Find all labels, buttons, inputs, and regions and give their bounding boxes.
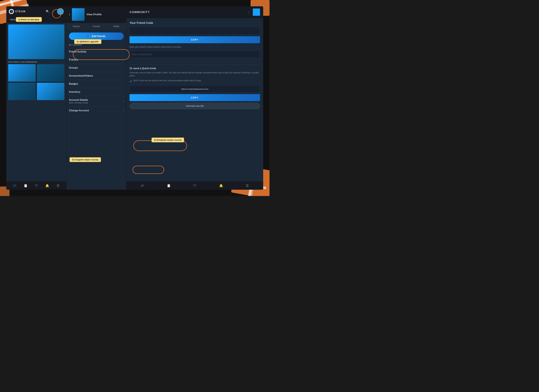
featured-area: FEATURED & RECOMMENDED bbox=[6, 23, 66, 181]
menu-item-inventory[interactable]: Inventory bbox=[69, 88, 124, 96]
bottom-nav-menu-icon[interactable]: ☰ bbox=[57, 184, 59, 188]
community-nav-menu-icon[interactable]: ☰ bbox=[246, 184, 249, 188]
featured-item-4 bbox=[37, 83, 64, 100]
friend-code-title: Your Friend Code bbox=[130, 21, 260, 25]
checkmark-icon: ✔ bbox=[130, 79, 132, 84]
community-title: COMMUNITY bbox=[130, 10, 150, 14]
menu-item-change-account[interactable]: Change Account › bbox=[69, 107, 124, 114]
my-content-label: MY CONTENT bbox=[69, 44, 124, 46]
friend-code-section: Your Friend Code COPY Enter your friend'… bbox=[130, 21, 260, 61]
note-text: ✔ NOTE: Each link can only be used once,… bbox=[130, 79, 260, 84]
left-panel: STEAM 🔍 ⋮ MENU ▾ WISHLIST WALLET FEATURE… bbox=[6, 6, 66, 190]
add-friends-icon: 👥 bbox=[87, 35, 90, 38]
copy-friend-code-button[interactable]: COPY bbox=[130, 36, 260, 43]
chevron-right-icon: › bbox=[123, 100, 124, 103]
bottom-nav-store-icon[interactable]: 🏷 bbox=[13, 184, 16, 188]
annotation-step3: 3) Создаем новую ссылку bbox=[69, 157, 101, 162]
community-more-icon[interactable]: ⋮ bbox=[247, 10, 250, 14]
community-header-right: ⋮ bbox=[247, 9, 260, 16]
view-profile-button[interactable]: View Profile bbox=[87, 12, 102, 17]
content-menu: Friend Activity Friends Groups Screensho… bbox=[67, 48, 126, 190]
bottom-nav-bell-icon[interactable]: 🔔 bbox=[45, 184, 49, 188]
quick-invite-section: Or send a Quick Invite Generate a link t… bbox=[130, 67, 260, 109]
community-avatar bbox=[253, 9, 260, 16]
generate-link-circle-highlight bbox=[133, 166, 164, 174]
quick-invite-title: Or send a Quick Invite bbox=[130, 67, 260, 70]
featured-item-1 bbox=[8, 64, 36, 81]
featured-grid bbox=[8, 64, 64, 100]
profile-header: ‹ View Profile bbox=[67, 6, 126, 23]
tab-games[interactable]: Games bbox=[67, 23, 86, 30]
community-nav-shield-icon[interactable]: 🛡 bbox=[193, 184, 197, 188]
avatar-circle-highlight bbox=[52, 9, 61, 18]
invite-link-display: https://s.team/p/ваша/ссылка bbox=[130, 85, 260, 93]
right-panel: COMMUNITY ⋮ Your Friend Code COPY Enter … bbox=[126, 6, 263, 190]
community-header: COMMUNITY ⋮ bbox=[126, 6, 263, 18]
note-content: NOTE: Each link can only be used once, a… bbox=[134, 79, 201, 82]
add-friends-label: Add friends bbox=[91, 35, 106, 38]
community-bottom-nav: 🏷 📋 🛡 🔔 ☰ bbox=[126, 181, 263, 190]
bottom-nav-library-icon[interactable]: 📋 bbox=[24, 184, 28, 188]
profile-tabs: Games Friends Wallet bbox=[67, 23, 126, 30]
chevron-right-icon-2: › bbox=[123, 109, 124, 112]
back-button[interactable]: ‹ bbox=[69, 12, 70, 17]
middle-panel: ‹ View Profile Games Friends Wallet 👥 Ad… bbox=[66, 6, 126, 190]
add-friends-button[interactable]: 👥 Add friends bbox=[69, 33, 124, 40]
community-nav-store-icon[interactable]: 🏷 bbox=[141, 184, 144, 188]
steam-logo-text: STEAM bbox=[15, 10, 26, 13]
annotation-step2: 2) «Добавить друзей» bbox=[74, 39, 101, 44]
featured-item-3 bbox=[8, 83, 36, 100]
search-icon[interactable]: 🔍 bbox=[46, 10, 49, 13]
steam-logo: STEAM bbox=[9, 9, 26, 14]
featured-item-2 bbox=[37, 64, 64, 81]
left-bottom-nav: 🏷 📋 🛡 🔔 ☰ bbox=[6, 181, 66, 190]
bottom-nav-shield-icon[interactable]: 🛡 bbox=[35, 184, 38, 188]
main-container: STEAM 🔍 ⋮ MENU ▾ WISHLIST WALLET FEATURE… bbox=[6, 6, 263, 190]
tab-wallet[interactable]: Wallet bbox=[106, 23, 126, 30]
friend-code-input[interactable] bbox=[130, 51, 260, 58]
annotation-step4: 4) Копируем новую ссылку bbox=[151, 137, 184, 142]
steam-logo-icon bbox=[9, 9, 14, 14]
community-nav-bell-icon[interactable]: 🔔 bbox=[219, 184, 223, 188]
menu-item-groups[interactable]: Groups bbox=[69, 64, 124, 72]
menu-item-badges[interactable]: Badges bbox=[69, 80, 124, 88]
add-friends-circle-highlight bbox=[73, 49, 130, 60]
annotation-step1: 1) Жмем на аватарку bbox=[16, 17, 42, 22]
section-divider bbox=[130, 64, 260, 65]
friend-code-display bbox=[130, 27, 260, 35]
menu-item-screenshots[interactable]: Screenshots/Videos bbox=[69, 72, 124, 80]
main-banner bbox=[8, 24, 64, 59]
featured-label: FEATURED & RECOMMENDED bbox=[8, 61, 64, 63]
profile-avatar bbox=[72, 8, 85, 21]
svg-point-1 bbox=[10, 10, 13, 13]
community-content: Your Friend Code COPY Enter your friend'… bbox=[126, 18, 263, 181]
quick-invite-description: Generate a link to share via email or SM… bbox=[130, 71, 260, 77]
menu-item-account-details[interactable]: Account Details Store, Security, Family … bbox=[69, 96, 124, 107]
community-nav-library-icon[interactable]: 📋 bbox=[167, 184, 171, 188]
copy-invite-link-button[interactable]: COPY bbox=[130, 94, 260, 101]
generate-new-link-button[interactable]: Generate new link bbox=[130, 103, 260, 109]
friend-code-description: Enter your friend's Friend Code to invit… bbox=[130, 45, 260, 49]
tab-friends[interactable]: Friends bbox=[86, 23, 106, 30]
